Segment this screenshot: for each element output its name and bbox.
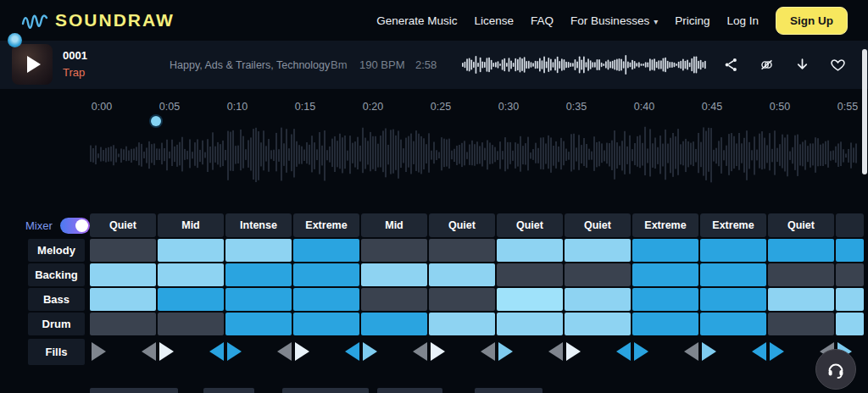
- mixer-cell-bass-1[interactable]: [90, 288, 156, 311]
- mixer-cell-melody-12[interactable]: [836, 239, 864, 262]
- share-icon[interactable]: [723, 57, 739, 73]
- favorite-icon[interactable]: [830, 57, 846, 73]
- mixer-cell-drum-5[interactable]: [361, 313, 427, 335]
- mini-waveform[interactable]: [460, 49, 708, 80]
- energy-block-2[interactable]: Mid: [158, 213, 224, 237]
- energy-block-12[interactable]: [836, 213, 864, 237]
- fill-right-11[interactable]: [770, 342, 784, 361]
- mixer-cell-melody-9[interactable]: [632, 239, 698, 262]
- nav-item-generate-music[interactable]: Generate Music: [376, 14, 457, 27]
- mixer-cell-bass-10[interactable]: [700, 288, 766, 311]
- soundraw-logo[interactable]: SOUNDRAW: [20, 9, 175, 31]
- row-label-drum: Drum: [28, 313, 85, 335]
- mixer-cell-backing-1[interactable]: [90, 263, 156, 286]
- fill-right-6[interactable]: [431, 342, 445, 361]
- fill-left-10[interactable]: [684, 342, 698, 361]
- fill-right-3[interactable]: [227, 342, 242, 361]
- mixer-cell-melody-1[interactable]: [90, 239, 156, 262]
- mixer-cell-drum-4[interactable]: [293, 313, 359, 335]
- fill-left-8[interactable]: [548, 342, 563, 361]
- mixer-cell-bass-9[interactable]: [632, 288, 698, 311]
- mixer-cell-bass-5[interactable]: [361, 288, 427, 311]
- mixer-cell-backing-7[interactable]: [497, 263, 563, 286]
- energy-block-1[interactable]: Quiet: [90, 213, 156, 237]
- track-thumbnail-play[interactable]: [12, 44, 53, 85]
- nav-item-pricing[interactable]: Pricing: [675, 14, 709, 27]
- mixer-cell-backing-2[interactable]: [158, 263, 224, 286]
- energy-block-11[interactable]: Quiet: [768, 213, 834, 237]
- mixer-cell-melody-4[interactable]: [293, 239, 359, 262]
- fill-right-4[interactable]: [295, 342, 309, 361]
- fill-left-9[interactable]: [616, 342, 631, 361]
- energy-block-8[interactable]: Quiet: [565, 213, 631, 237]
- mixer-cell-melody-5[interactable]: [361, 239, 427, 262]
- energy-block-3[interactable]: Intense: [225, 213, 292, 237]
- mixer-cell-drum-3[interactable]: [225, 313, 292, 335]
- mixer-cell-melody-6[interactable]: [429, 239, 495, 262]
- mixer-cell-bass-3[interactable]: [225, 288, 292, 311]
- mixer-cell-backing-11[interactable]: [768, 263, 834, 286]
- mixer-cell-drum-10[interactable]: [700, 313, 766, 335]
- mixer-cell-drum-7[interactable]: [497, 313, 563, 335]
- mixer-cell-drum-6[interactable]: [429, 313, 495, 335]
- energy-block-4[interactable]: Extreme: [293, 213, 359, 237]
- fill-left-2[interactable]: [142, 342, 156, 361]
- tour-pulse-dot[interactable]: [8, 33, 22, 47]
- preview-headphones-button[interactable]: [815, 349, 856, 390]
- fill-left-5[interactable]: [345, 342, 359, 361]
- mixer-cell-drum-1[interactable]: [90, 313, 156, 335]
- mixer-cell-bass-6[interactable]: [429, 288, 495, 311]
- mixer-cell-drum-2[interactable]: [158, 313, 224, 335]
- nav-item-faq[interactable]: FAQ: [531, 14, 554, 27]
- mixer-cell-backing-8[interactable]: [565, 263, 631, 286]
- mixer-cell-melody-3[interactable]: [225, 239, 292, 262]
- mixer-cell-bass-7[interactable]: [497, 288, 563, 311]
- mixer-cell-drum-12[interactable]: [836, 313, 864, 335]
- mixer-cell-melody-7[interactable]: [497, 239, 563, 262]
- download-icon[interactable]: [794, 57, 810, 73]
- fill-left-6[interactable]: [413, 342, 427, 361]
- mixer-cell-melody-10[interactable]: [700, 239, 766, 262]
- nav-item-log-in[interactable]: Log In: [726, 14, 759, 27]
- mixer-cell-drum-8[interactable]: [565, 313, 631, 335]
- mixer-cell-melody-2[interactable]: [158, 239, 224, 262]
- mixer-cell-backing-4[interactable]: [293, 263, 359, 286]
- mixer-cell-bass-2[interactable]: [158, 288, 224, 311]
- sign-up-button[interactable]: Sign Up: [776, 7, 848, 35]
- energy-block-10[interactable]: Extreme: [700, 213, 766, 237]
- mixer-cell-drum-11[interactable]: [768, 313, 834, 335]
- fill-right-10[interactable]: [702, 342, 716, 361]
- mixer-cell-backing-5[interactable]: [361, 263, 427, 286]
- nav-item-for-businesses[interactable]: For Businesses▾: [570, 14, 658, 27]
- mixer-cell-bass-8[interactable]: [565, 288, 631, 311]
- energy-block-7[interactable]: Quiet: [497, 213, 563, 237]
- energy-block-6[interactable]: Quiet: [429, 213, 495, 237]
- mixer-cell-bass-11[interactable]: [768, 288, 834, 311]
- nav-item-license[interactable]: License: [475, 14, 515, 27]
- fill-right-5[interactable]: [363, 342, 377, 361]
- fill-right-8[interactable]: [566, 342, 581, 361]
- mixer-cell-melody-11[interactable]: [768, 239, 834, 262]
- energy-block-9[interactable]: Extreme: [632, 213, 698, 237]
- mixer-cell-bass-4[interactable]: [293, 288, 359, 311]
- fill-right-2[interactable]: [159, 342, 174, 361]
- mixer-cell-melody-8[interactable]: [565, 239, 631, 262]
- mixer-cell-backing-12[interactable]: [836, 263, 864, 286]
- fill-right-7[interactable]: [498, 342, 513, 361]
- track-waveform[interactable]: [0, 125, 868, 195]
- mixer-cell-backing-9[interactable]: [632, 263, 698, 286]
- fill-left-4[interactable]: [277, 342, 292, 361]
- mixer-cell-drum-9[interactable]: [632, 313, 698, 335]
- mixer-cell-backing-3[interactable]: [225, 263, 292, 286]
- copyright-free-icon[interactable]: [759, 57, 775, 73]
- fill-right-1[interactable]: [92, 342, 106, 361]
- mixer-cell-bass-12[interactable]: [836, 288, 864, 311]
- fill-left-11[interactable]: [752, 342, 766, 361]
- fill-left-7[interactable]: [481, 342, 495, 361]
- mixer-cell-backing-10[interactable]: [700, 263, 766, 286]
- mixer-toggle[interactable]: [60, 218, 90, 234]
- fill-left-3[interactable]: [209, 342, 224, 361]
- energy-block-5[interactable]: Mid: [361, 213, 427, 237]
- mixer-cell-backing-6[interactable]: [429, 263, 495, 286]
- fill-right-9[interactable]: [634, 342, 648, 361]
